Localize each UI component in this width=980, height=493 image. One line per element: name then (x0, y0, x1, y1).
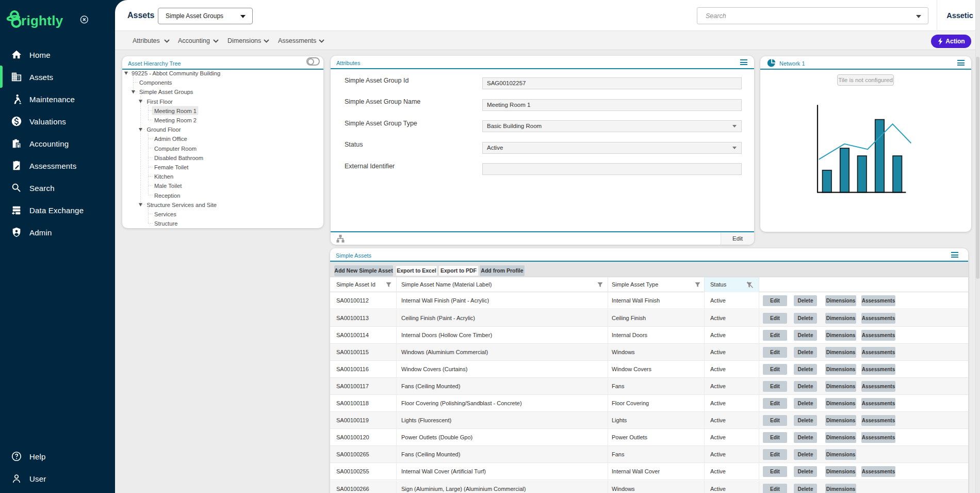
svg-text:Simple Asset Groups: Simple Asset Groups (139, 89, 193, 95)
svg-text:Services: Services (154, 211, 176, 217)
svg-text:Kitchen: Kitchen (154, 173, 173, 180)
svg-text:Female Toilet: Female Toilet (154, 164, 189, 170)
svg-text:99225 - Abbot Community Buildi: 99225 - Abbot Community Building (132, 70, 220, 76)
svg-text:Components: Components (139, 79, 172, 86)
svg-text:Meeting Room 2: Meeting Room 2 (154, 117, 197, 123)
svg-text:rightly: rightly (21, 13, 63, 28)
svg-text:Structure: Structure (154, 220, 177, 227)
svg-text:Ground Floor: Ground Floor (147, 126, 181, 133)
svg-text:Reception: Reception (154, 193, 180, 199)
svg-text:Meeting Room 1: Meeting Room 1 (154, 108, 197, 114)
svg-text:Structure Services and Site: Structure Services and Site (147, 202, 217, 208)
svg-text:Male Toilet: Male Toilet (154, 183, 182, 189)
svg-text:Disabled Bathroom: Disabled Bathroom (154, 155, 203, 161)
svg-text:First Floor: First Floor (147, 99, 173, 105)
svg-text:Admin Office: Admin Office (154, 136, 187, 142)
svg-text:Computer Room: Computer Room (154, 146, 197, 152)
